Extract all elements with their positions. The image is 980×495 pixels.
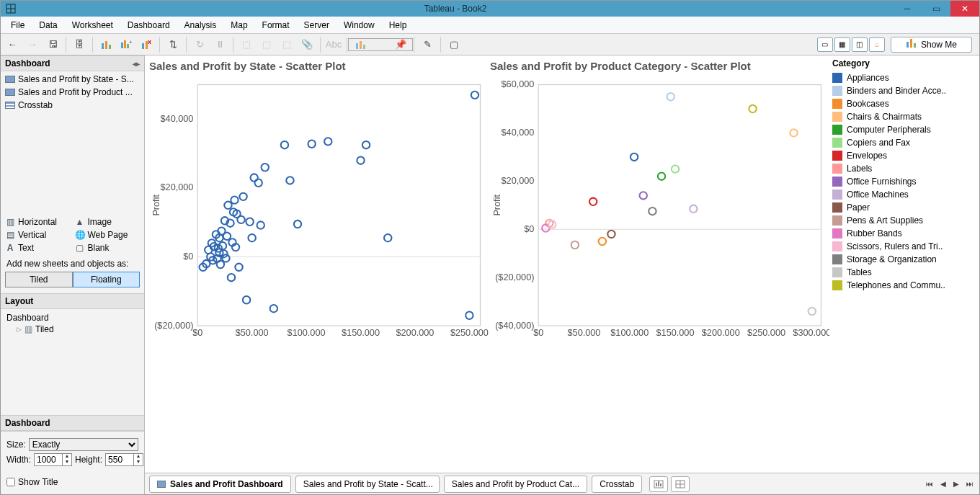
obj-horizontal[interactable]: ▥Horizontal [5, 217, 71, 227]
svg-point-107 [607, 231, 615, 238]
legend-swatch [832, 112, 842, 122]
show-title-checkbox[interactable]: Show Title [1, 473, 144, 494]
toolbar-highlight-icon[interactable]: ✎ [419, 36, 436, 53]
toolbar-datasource-icon[interactable]: 🗄 [71, 36, 88, 53]
tiled-floating-toggle: Tiled Floating [5, 272, 140, 287]
cards-toggle-icon[interactable]: ▭ [817, 37, 833, 52]
toolbar-pin-icon[interactable]: 📎 [298, 36, 316, 53]
window-minimize[interactable]: ─ [893, 1, 922, 17]
legend-item[interactable]: Storage & Organization [832, 253, 971, 266]
legend-item[interactable]: Scissors, Rulers and Tri.. [832, 240, 971, 253]
scatter-left[interactable]: $0$50,000$100,000$150,000$200,000$250,00… [148, 75, 489, 336]
legend-item[interactable]: Bookcases [832, 97, 971, 110]
menu-file[interactable]: File [4, 18, 32, 32]
svg-point-102 [672, 165, 679, 172]
new-worksheet-tab-icon[interactable] [649, 476, 668, 492]
obj-image[interactable]: ▲Image [75, 217, 141, 227]
text-icon: A [5, 243, 15, 253]
toolbar-group-icon[interactable]: ⬚ [278, 36, 295, 53]
menu-help[interactable]: Help [382, 18, 414, 32]
menu-worksheet[interactable]: Worksheet [65, 18, 120, 32]
toolbar-presentation-icon[interactable]: ▢ [445, 36, 463, 53]
sheet-item[interactable]: Sales and Profit by Product ... [1, 86, 144, 99]
tab-dashboard[interactable]: Sales and Profit Dashboard [149, 476, 291, 493]
toolbar-duplicate-icon[interactable]: + [117, 36, 135, 53]
collapse-icon[interactable]: ◂▸ [133, 60, 140, 68]
floating-button[interactable]: Floating [73, 272, 141, 287]
tiled-button[interactable]: Tiled [5, 272, 73, 287]
tab-nav-arrows[interactable]: ⏮◀▶⏭ [925, 478, 975, 489]
legend-item[interactable]: Envelopes [832, 149, 971, 162]
obj-webpage[interactable]: 🌐Web Page [75, 230, 141, 240]
width-input[interactable] [35, 454, 62, 465]
toolbar-fit-select[interactable] [372, 36, 389, 53]
new-dashboard-tab-icon[interactable] [671, 476, 690, 492]
obj-text[interactable]: AText [5, 243, 71, 253]
window-close[interactable]: ✕ [950, 1, 979, 17]
toolbar-abc-icon[interactable]: Abc [325, 36, 342, 53]
toolbar-save-icon[interactable]: 🖫 [44, 36, 61, 53]
toolbar-sort-desc-icon[interactable]: ⬚ [258, 36, 275, 53]
legend-item[interactable]: Computer Peripherals [832, 123, 971, 136]
svg-text:$0: $0 [192, 328, 202, 336]
sidebyside-icon[interactable]: ◫ [852, 37, 868, 52]
toolbar-pushpin-icon[interactable]: 📌 [392, 36, 409, 53]
layout-tiled[interactable]: ▷ ▥ Tiled [6, 324, 138, 335]
toolbar-forward[interactable]: → [24, 36, 41, 53]
home-icon[interactable]: ⌂ [869, 37, 885, 52]
toolbar-refresh-icon[interactable]: ↻ [191, 36, 208, 53]
legend-item[interactable]: Labels [832, 162, 971, 175]
legend-item[interactable]: Chairs & Chairmats [832, 110, 971, 123]
menu-data[interactable]: Data [32, 18, 64, 32]
legend-item[interactable]: Telephones and Commu.. [832, 279, 971, 292]
svg-text:$20,000: $20,000 [502, 176, 535, 186]
legend-item[interactable]: Copiers and Fax [832, 136, 971, 149]
sheet-item[interactable]: Crosstab [1, 99, 144, 112]
worksheet-tab[interactable]: Sales and Profit by State - Scatt... [295, 476, 440, 493]
width-stepper[interactable]: ▲▼ [34, 453, 72, 466]
svg-text:Profit: Profit [151, 195, 161, 216]
svg-rect-10 [142, 43, 144, 49]
toolbar-clear-icon[interactable]: x [138, 36, 155, 53]
toolbar-swap-icon[interactable]: ⇅ [164, 36, 182, 53]
layout-root[interactable]: Dashboard [6, 312, 138, 324]
legend-item[interactable]: Tables [832, 266, 971, 279]
legend-item[interactable]: Rubber Bands [832, 227, 971, 240]
legend-item[interactable]: Binders and Binder Acce.. [832, 84, 971, 97]
dashboard-objects: ▥Horizontal ▲Image ▤Vertical 🌐Web Page A… [1, 214, 144, 256]
menu-server[interactable]: Server [297, 18, 337, 32]
toolbar-back[interactable]: ← [4, 36, 21, 53]
legend-item[interactable]: Appliances [832, 71, 971, 84]
legend-item[interactable]: Office Furnishings [832, 175, 971, 188]
svg-point-71 [294, 220, 301, 228]
show-me-button[interactable]: Show Me [891, 37, 972, 53]
menu-analysis[interactable]: Analysis [177, 18, 224, 32]
show-me-bars-icon [906, 39, 917, 50]
window-maximize[interactable]: ▭ [922, 1, 950, 17]
toolbar-new-sheet-icon[interactable] [97, 36, 115, 53]
menu-map[interactable]: Map [223, 18, 254, 32]
toolbar-sort-asc-icon[interactable]: ⬚ [238, 36, 255, 53]
svg-text:($20,000): ($20,000) [495, 272, 534, 282]
sheet-item[interactable]: Sales and Profit by State - S... [1, 73, 144, 86]
obj-blank[interactable]: ▢Blank [75, 243, 141, 253]
toolbar-pause-icon[interactable]: ⏸ [211, 36, 228, 53]
size-select[interactable]: Exactly [29, 438, 138, 451]
worksheet-tab[interactable]: Crosstab [592, 476, 642, 493]
category-legend: Category AppliancesBinders and Binder Ac… [829, 58, 974, 336]
legend-item[interactable]: Pens & Art Supplies [832, 214, 971, 227]
grid-toggle-icon[interactable]: ▦ [834, 37, 850, 52]
legend-item[interactable]: Paper [832, 201, 971, 214]
scatter-right[interactable]: $0$50,000$100,000$150,000$200,000$250,00… [489, 75, 829, 336]
svg-text:$50,000: $50,000 [568, 328, 601, 336]
nav-next-icon: ▶ [952, 478, 961, 489]
obj-vertical[interactable]: ▤Vertical [5, 230, 71, 240]
height-input[interactable] [106, 454, 133, 465]
worksheet-tab[interactable]: Sales and Profit by Product Cat... [444, 476, 587, 493]
menu-format[interactable]: Format [255, 18, 297, 32]
legend-swatch [832, 177, 842, 187]
menu-dashboard[interactable]: Dashboard [120, 18, 177, 32]
menu-window[interactable]: Window [337, 18, 382, 32]
legend-item[interactable]: Office Machines [832, 188, 971, 201]
height-stepper[interactable]: ▲▼ [105, 453, 143, 466]
